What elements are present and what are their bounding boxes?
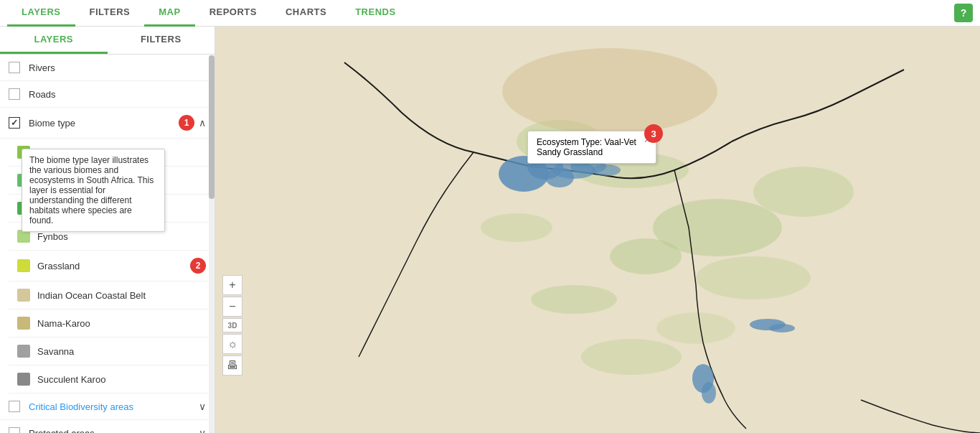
tab-filters[interactable]: FILTERS [75, 0, 145, 27]
badge-biome-type: 1 [179, 115, 194, 131]
popup-text: Ecosystem Type: Vaal-Vet Sandy Grassland [537, 137, 636, 157]
map-controls: + − 3D ☼ 🖶 [222, 275, 242, 376]
3d-button[interactable]: 3D [222, 318, 242, 332]
sidebar: LAYERS FILTERS Rivers Roads Biome type 1… [0, 27, 215, 433]
tab-map[interactable]: MAP [144, 0, 194, 27]
svg-point-19 [769, 324, 795, 332]
zoom-out-button[interactable]: − [222, 297, 242, 317]
sidebar-content: Rivers Roads Biome type 1 ∧ The biome ty… [0, 55, 215, 433]
layer-label-succulent-karoo: Succulent Karoo [37, 374, 206, 385]
top-nav: LAYERS FILTERS MAP REPORTS CHARTS TRENDS… [0, 0, 980, 27]
layer-label-rivers: Rivers [29, 62, 206, 73]
checkbox-critical-biodiversity[interactable] [9, 401, 20, 412]
svg-point-10 [481, 213, 552, 242]
map-area[interactable]: ✕ 3 Ecosystem Type: Vaal-Vet Sandy Grass… [215, 27, 980, 433]
popup-badge: 3 [644, 124, 663, 143]
tab-charts[interactable]: CHARTS [271, 0, 341, 27]
svg-point-4 [753, 167, 854, 217]
sidebar-tab-layers[interactable]: LAYERS [0, 27, 108, 54]
checkbox-protected-areas[interactable] [9, 427, 20, 433]
svg-point-7 [531, 285, 617, 314]
expand-icon-critical-biodiversity[interactable]: ∨ [199, 401, 206, 412]
layer-item-nama-karoo[interactable]: Nama-Karoo [9, 309, 215, 337]
layer-item-rivers[interactable]: Rivers [0, 55, 215, 81]
tooltip-biome-type: The biome type layer illustrates the var… [22, 149, 165, 232]
expand-icon-biome-type[interactable]: ∧ [199, 117, 206, 129]
svg-point-9 [581, 339, 682, 375]
layer-item-succulent-karoo[interactable]: Succulent Karoo [9, 366, 215, 394]
layer-item-protected-areas[interactable]: Protected areas ∨ [0, 420, 215, 433]
layer-item-indian-ocean[interactable]: Indian Ocean Coastal Belt [9, 281, 215, 309]
layer-label-biome-type: Biome type [29, 118, 173, 129]
badge-grassland: 2 [190, 258, 206, 274]
svg-point-5 [610, 238, 682, 274]
compass-button[interactable]: ☼ [222, 334, 242, 354]
tab-reports[interactable]: REPORTS [195, 0, 271, 27]
svg-point-21 [702, 382, 716, 404]
layer-label-fynbos: Fynbos [37, 231, 206, 242]
sidebar-tab-filters[interactable]: FILTERS [108, 27, 215, 54]
svg-point-6 [696, 256, 811, 299]
tab-layers[interactable]: LAYERS [7, 0, 75, 27]
layer-item-savanna[interactable]: Savanna [9, 337, 215, 366]
expand-icon-protected-areas[interactable]: ∨ [199, 427, 206, 433]
swatch-nama-karoo [17, 317, 30, 330]
layer-label-critical-biodiversity: Critical Biodiversity areas [29, 401, 194, 412]
scrollbar-thumb[interactable] [209, 55, 215, 199]
scrollbar-track [209, 55, 215, 433]
print-button[interactable]: 🖶 [222, 355, 242, 376]
swatch-grassland [17, 259, 30, 272]
checkbox-rivers[interactable] [9, 62, 20, 73]
checkbox-biome-type[interactable] [9, 117, 20, 129]
checkbox-roads[interactable] [9, 88, 20, 100]
map-svg [215, 27, 980, 433]
zoom-in-button[interactable]: + [222, 275, 242, 295]
layer-label-roads: Roads [29, 89, 206, 100]
swatch-savanna [17, 345, 30, 358]
layer-item-critical-biodiversity[interactable]: Critical Biodiversity areas ∨ [0, 394, 215, 420]
layer-label-protected-areas: Protected areas [29, 428, 194, 434]
svg-point-8 [656, 312, 735, 344]
svg-point-11 [502, 48, 717, 134]
layer-item-grassland[interactable]: Grassland 2 [9, 251, 215, 281]
swatch-succulent-karoo [17, 373, 30, 386]
layer-label-savanna: Savanna [37, 346, 206, 357]
tab-trends[interactable]: TRENDS [341, 0, 410, 27]
map-popup[interactable]: ✕ 3 Ecosystem Type: Vaal-Vet Sandy Grass… [527, 131, 656, 164]
swatch-indian-ocean [17, 289, 30, 302]
layer-label-grassland: Grassland [37, 261, 184, 271]
layer-label-indian-ocean: Indian Ocean Coastal Belt [37, 290, 206, 301]
help-button[interactable]: ? [954, 4, 973, 22]
layer-label-nama-karoo: Nama-Karoo [37, 318, 206, 329]
layer-item-roads[interactable]: Roads [0, 81, 215, 108]
sidebar-tab-bar: LAYERS FILTERS [0, 27, 215, 55]
main-layout: LAYERS FILTERS Rivers Roads Biome type 1… [0, 27, 980, 433]
svg-point-17 [592, 164, 621, 176]
layer-item-biome-type[interactable]: Biome type 1 ∧ [0, 108, 215, 139]
